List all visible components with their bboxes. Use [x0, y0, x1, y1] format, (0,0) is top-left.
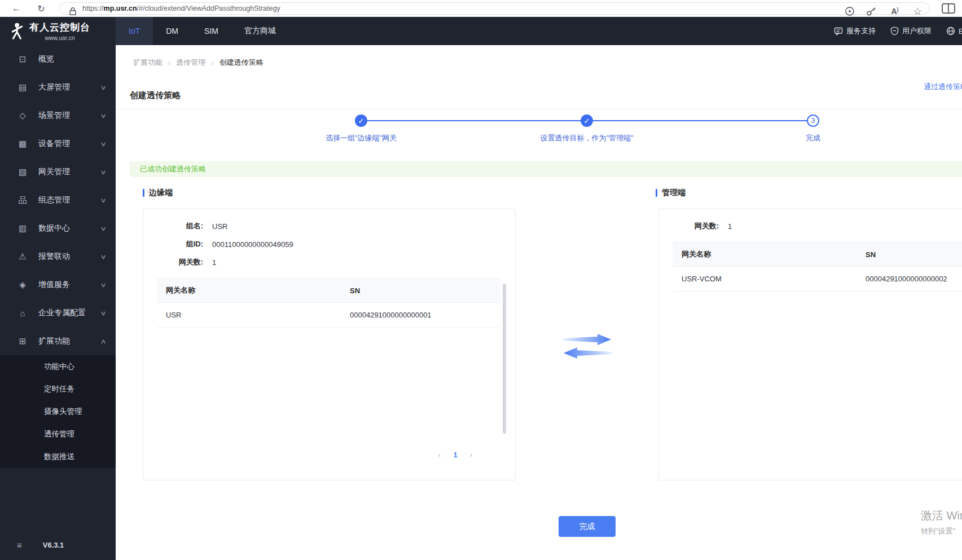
- back-icon[interactable]: ←: [8, 0, 25, 17]
- service-support[interactable]: 服务支持: [834, 26, 876, 36]
- sidebar-item-enterprise-config[interactable]: ⌂ 企业专属配置 ∨: [0, 299, 116, 327]
- group-id-label: 组ID:: [143, 239, 203, 249]
- table-header: 网关名称 SN: [157, 278, 500, 303]
- col-gateway-name: 网关名称: [157, 285, 341, 296]
- language-switch[interactable]: En: [946, 27, 962, 36]
- chat-icon: [834, 27, 843, 36]
- pagination-next-icon[interactable]: ›: [467, 451, 475, 459]
- app-subtitle: www.usr.cn: [29, 34, 90, 41]
- gateway-count-value: 1: [728, 222, 732, 231]
- tab-iot[interactable]: IoT: [116, 17, 153, 45]
- submenu-data-push[interactable]: 数据推送: [0, 446, 116, 468]
- gateway-count-row: 网关数: 1: [143, 253, 515, 271]
- sidebar-item-gateway-mgmt[interactable]: ▧ 网关管理 ∨: [0, 158, 116, 186]
- step3-number: 3: [807, 114, 819, 127]
- sidebar-item-overview[interactable]: ⊡ 概览: [0, 45, 116, 73]
- table-header: 网关名称 SN: [673, 242, 962, 267]
- tab-sim[interactable]: SIM: [191, 17, 231, 45]
- submenu-timed-tasks[interactable]: 定时任务: [0, 378, 116, 400]
- chevron-down-icon: ∨: [100, 84, 106, 91]
- manage-gateway-table: 网关名称 SN USR-VCOM 00004291000000000002: [673, 242, 962, 292]
- table-row[interactable]: USR-VCOM 00004291000000000002: [673, 267, 962, 292]
- manage-section-title: 管理端: [656, 188, 686, 198]
- step3-label: 完成: [785, 133, 841, 143]
- edge-section-title: 边缘端: [143, 188, 173, 198]
- submenu-camera-mgmt[interactable]: 摄像头管理: [0, 400, 116, 423]
- table-scrollbar[interactable]: [503, 284, 506, 434]
- chevron-down-icon: ∨: [100, 281, 106, 289]
- col-gateway-name: 网关名称: [673, 249, 856, 259]
- collapse-sidebar-icon[interactable]: ≡: [17, 540, 22, 550]
- table-row[interactable]: USR 00004291000000000001: [157, 303, 500, 328]
- page-title: 创建透传策略: [130, 90, 181, 101]
- gateway-count-value: 1: [212, 258, 216, 267]
- sidebar-item-screen-mgmt[interactable]: ▤ 大屏管理 ∨: [0, 73, 116, 102]
- passthrough-strategy-link[interactable]: 通过透传策略: [924, 82, 962, 92]
- pagination: ‹ 1 ›: [436, 451, 475, 459]
- refresh-icon[interactable]: ↻: [33, 0, 50, 17]
- enterprise-icon: ⌂: [17, 308, 28, 318]
- logo[interactable]: 有人云控制台 www.usr.cn: [0, 17, 116, 45]
- submenu-passthrough-mgmt[interactable]: 透传管理: [0, 423, 116, 446]
- data-center-icon: ▥: [17, 223, 28, 233]
- sidebar-item-scada-mgmt[interactable]: 品 组态管理 ∨: [0, 186, 116, 214]
- sidebar-item-alarm-linkage[interactable]: ⚠ 报警联动 ∨: [0, 242, 116, 271]
- user-permission[interactable]: 用户权限: [890, 26, 932, 36]
- gateway-count-row: 网关数: 1: [659, 217, 962, 235]
- breadcrumb-extend[interactable]: 扩展功能: [133, 58, 162, 68]
- group-name-row: 组名: USR: [143, 217, 515, 235]
- top-nav: 有人云控制台 www.usr.cn IoT DM SIM 官方商城 服务支持 用…: [0, 17, 962, 45]
- pagination-page-1[interactable]: 1: [451, 451, 459, 459]
- shield-icon: [890, 27, 899, 36]
- group-name-label: 组名:: [143, 221, 203, 231]
- sidebar: ⊡ 概览 ▤ 大屏管理 ∨ ◇ 场景管理 ∨ ▦ 设备管理 ∨ ▧ 网关管理 ∨…: [0, 45, 116, 560]
- submenu-function-center[interactable]: 功能中心: [0, 355, 116, 378]
- globe-icon: [946, 27, 955, 36]
- alarm-icon: ⚠: [17, 252, 28, 262]
- main-content: 扩展功能 › 透传管理 › 创建透传策略 通过透传策略 创建透传策略 ✓ ✓ 3…: [116, 45, 962, 560]
- split-screen-icon[interactable]: [941, 0, 956, 17]
- watermark-line2: 转到"设置": [921, 526, 962, 536]
- chevron-up-icon: ∧: [100, 338, 106, 345]
- col-sn: SN: [341, 286, 500, 295]
- header-divider: [116, 109, 962, 109]
- sidebar-item-data-center[interactable]: ▥ 数据中心 ∨: [0, 214, 116, 242]
- chevron-down-icon: ∨: [100, 197, 106, 204]
- tab-mall[interactable]: 官方商城: [231, 17, 289, 45]
- app-title: 有人云控制台: [29, 21, 90, 34]
- scada-icon: 品: [17, 195, 28, 206]
- sidebar-item-extend-functions[interactable]: ⊞ 扩展功能 ∧: [0, 327, 116, 355]
- gateway-count-label: 网关数:: [143, 257, 203, 267]
- pagination-prev-icon[interactable]: ‹: [436, 451, 443, 459]
- address-bar[interactable]: https://mp.usr.cn/#/cloud/extend/ViewAdd…: [59, 2, 930, 15]
- gateway-name-cell: USR: [157, 311, 341, 319]
- product-tabs: IoT DM SIM 官方商城: [116, 17, 289, 45]
- breadcrumb-separator: ›: [211, 59, 213, 67]
- done-button[interactable]: 完成: [559, 516, 616, 537]
- chevron-down-icon: ∨: [100, 310, 106, 317]
- chevron-down-icon: ∨: [100, 225, 106, 232]
- scene-icon: ◇: [17, 111, 28, 121]
- version-label: V6.3.1: [43, 541, 64, 549]
- gateway-name-cell: USR-VCOM: [673, 275, 856, 283]
- extend-icon: ⊞: [17, 336, 28, 346]
- col-sn: SN: [856, 250, 962, 259]
- step2-check-icon: ✓: [581, 114, 593, 127]
- section-accent-bar: [143, 189, 144, 197]
- step1-check-icon: ✓: [355, 114, 367, 127]
- sidebar-item-device-mgmt[interactable]: ▦ 设备管理 ∨: [0, 130, 116, 158]
- tab-dm[interactable]: DM: [153, 17, 191, 45]
- manage-panel-card: 网关数: 1 网关名称 SN USR-VCOM 0000429100000000…: [658, 209, 962, 480]
- group-name-value: USR: [212, 222, 227, 231]
- chevron-down-icon: ∨: [100, 253, 106, 261]
- sidebar-item-value-added[interactable]: ◈ 增值服务 ∨: [0, 271, 116, 299]
- sn-cell: 00004291000000000002: [856, 275, 962, 283]
- usr-person-logo-icon: [8, 22, 25, 40]
- sidebar-item-scene-mgmt[interactable]: ◇ 场景管理 ∨: [0, 102, 116, 130]
- section-accent-bar: [656, 189, 657, 197]
- url-text: https://mp.usr.cn/#/cloud/extend/ViewAdd…: [82, 5, 280, 12]
- edge-gateway-table: 网关名称 SN USR 00004291000000000001: [157, 278, 500, 328]
- gateway-icon: ▧: [17, 167, 28, 177]
- breadcrumb-passthrough[interactable]: 透传管理: [176, 58, 205, 68]
- overview-icon: ⊡: [17, 54, 28, 64]
